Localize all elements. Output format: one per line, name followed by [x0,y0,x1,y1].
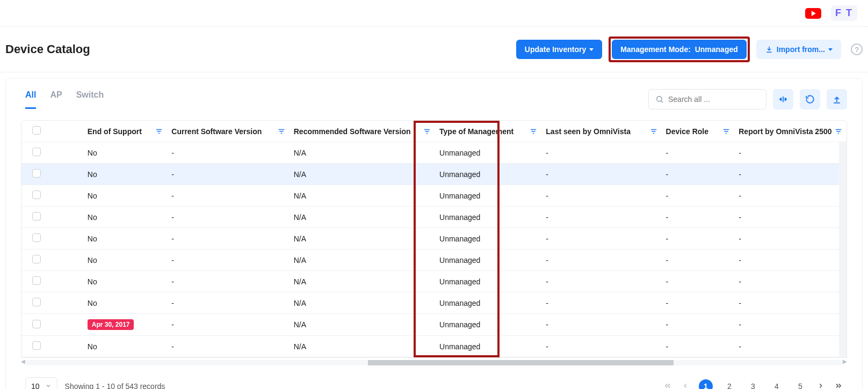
pager-page-3[interactable]: 3 [746,379,760,389]
caret-down-icon [828,48,833,51]
table-row[interactable]: No-N/AUnmanaged--- [21,185,847,207]
column-header[interactable]: Device Role [662,121,735,142]
cell-type-of-management: Unmanaged [435,249,541,271]
fit-columns-button[interactable] [773,89,793,109]
youtube-icon[interactable] [805,8,821,19]
cell-recommended-software-version: N/A [290,292,435,314]
cell-report-by: - [734,271,847,292]
scroll-thumb[interactable] [368,360,674,365]
table-row[interactable]: No-N/AUnmanaged--- [21,207,847,228]
filter-icon[interactable] [530,128,537,135]
cell-device-role: - [662,185,735,207]
row-blank [52,142,83,164]
filter-icon[interactable] [722,128,730,135]
cell-recommended-software-version: N/A [290,249,435,271]
row-checkbox[interactable] [32,255,41,263]
cell-current-software-version: - [167,142,289,164]
row-checkbox[interactable] [32,233,41,242]
column-header[interactable]: Last seen by OmniVista [541,121,661,142]
filter-icon[interactable] [155,128,163,135]
pager-page-1[interactable]: 1 [699,379,713,389]
table-row[interactable]: No-N/AUnmanaged--- [21,142,847,164]
row-checkbox[interactable] [32,148,41,156]
pager-next-button[interactable] [817,382,824,390]
cell-device-role: - [662,164,735,185]
table-row[interactable]: No-N/AUnmanaged--- [21,164,847,185]
vertical-scrollbar[interactable] [839,142,847,357]
table-row[interactable]: No-N/AUnmanaged--- [21,271,847,292]
page-size-select[interactable]: 10 [25,377,57,389]
tab-all[interactable]: All [25,90,36,109]
refresh-button[interactable] [800,89,820,109]
scroll-right-icon[interactable]: ▶ [841,358,849,364]
table-row[interactable]: No-N/AUnmanaged--- [21,292,847,314]
pager-prev-button[interactable] [682,382,689,390]
cell-device-role: - [662,292,735,314]
import-from-label: Import from... [777,45,825,54]
update-inventory-button[interactable]: Update Inventory [516,40,602,59]
table-row[interactable]: No-N/AUnmanaged--- [21,336,847,357]
import-from-button[interactable]: Import from... [756,40,841,59]
filter-icon[interactable] [278,128,285,135]
row-checkbox[interactable] [32,341,41,350]
table-row[interactable]: No-N/AUnmanaged--- [21,249,847,271]
cell-end-of-support: No [83,271,168,292]
column-header[interactable]: Recommended Software Version [290,121,435,142]
tab-switch[interactable]: Switch [76,90,104,109]
row-blank [52,292,83,314]
cell-current-software-version: - [167,185,289,207]
table-row[interactable]: No-N/AUnmanaged--- [21,228,847,249]
cell-last-seen: - [541,292,661,314]
filter-icon[interactable] [650,128,657,135]
page-header: Device Catalog Update Inventory Manageme… [0,27,868,72]
cell-device-role: - [662,271,735,292]
column-header-label: Report by OmniVista 2500 [739,127,831,136]
row-checkbox[interactable] [32,320,41,328]
column-header[interactable]: Current Software Version [167,121,289,142]
cell-device-role: - [662,314,735,336]
pager-first-button[interactable] [663,381,672,390]
column-header[interactable]: Report by OmniVista 2500 [734,121,847,142]
cell-current-software-version: - [167,336,289,357]
export-button[interactable] [827,89,847,109]
filter-icon[interactable] [835,128,842,135]
cell-type-of-management: Unmanaged [435,271,541,292]
table-row[interactable]: Apr 30, 2017-N/AUnmanaged--- [21,314,847,336]
management-mode-button[interactable]: Management Mode: Unmanaged [612,40,747,59]
search-input-wrap[interactable] [648,89,766,109]
page-title: Device Catalog [5,42,90,56]
row-checkbox[interactable] [32,169,41,178]
pager-page-4[interactable]: 4 [770,379,784,389]
user-initials[interactable]: F T [831,5,857,21]
row-checkbox[interactable] [32,276,41,285]
column-header-label: Current Software Version [171,127,262,136]
cell-last-seen: - [541,207,661,228]
horizontal-scrollbar[interactable]: ◀ ▶ [21,358,847,368]
cell-type-of-management: Unmanaged [435,314,541,336]
table-wrap: End of SupportCurrent Software VersionRe… [21,120,847,358]
cell-type-of-management: Unmanaged [435,228,541,249]
search-input[interactable] [668,95,760,104]
cell-recommended-software-version: N/A [290,185,435,207]
help-icon[interactable]: ? [851,43,863,55]
cell-end-of-support: No [83,185,168,207]
cell-end-of-support: No [83,228,168,249]
pager-page-2[interactable]: 2 [722,379,736,389]
row-checkbox[interactable] [32,212,41,221]
select-all-checkbox[interactable] [32,126,41,135]
row-checkbox[interactable] [32,298,41,306]
update-inventory-label: Update Inventory [525,45,586,54]
pager-last-button[interactable] [834,381,843,390]
column-header[interactable]: End of Support [83,121,168,142]
column-header[interactable]: Type of Management [435,121,541,142]
cell-type-of-management: Unmanaged [435,207,541,228]
cell-report-by: - [734,142,847,164]
pager-page-5[interactable]: 5 [793,379,807,389]
row-blank [52,164,83,185]
row-checkbox[interactable] [32,190,41,199]
filter-icon[interactable] [423,128,431,135]
row-blank [52,314,83,336]
pager: 12345 [663,379,843,389]
management-mode-highlight: Management Mode: Unmanaged [609,36,750,62]
tab-ap[interactable]: AP [50,90,62,109]
